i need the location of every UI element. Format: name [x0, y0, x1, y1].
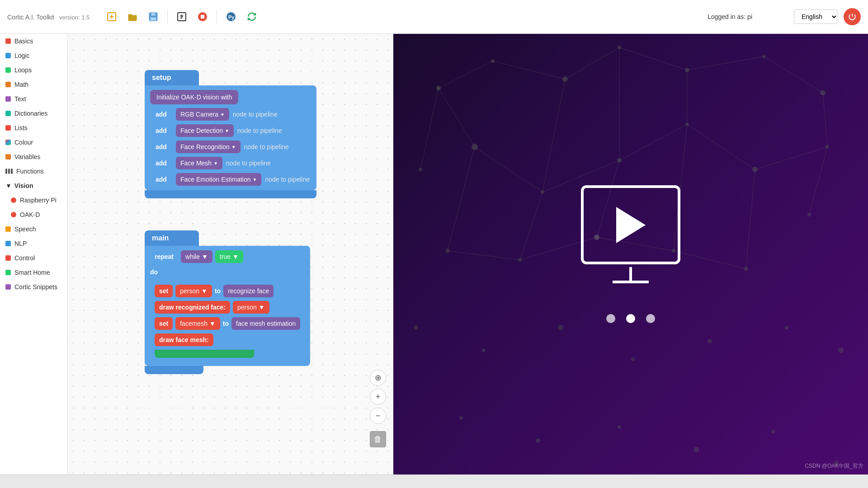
sidebar-item-speech[interactable]: Speech: [0, 222, 67, 236]
trash-button[interactable]: 🗑: [370, 431, 386, 447]
svg-line-54: [475, 147, 542, 192]
setup-block: setup Initialize OAK-D vision with add R…: [145, 70, 316, 198]
add-face-mesh-button[interactable]: add: [150, 157, 172, 169]
sidebar-item-text[interactable]: Text: [0, 92, 67, 106]
svg-line-47: [764, 56, 823, 93]
zoom-out-button[interactable]: −: [370, 408, 386, 424]
sidebar-item-nlp[interactable]: NLP: [0, 236, 67, 251]
sidebar-item-oak-d[interactable]: OAK-D: [0, 207, 67, 222]
sidebar-item-cortic-snippets[interactable]: Cortic Snippets: [0, 280, 67, 294]
header-right: Logged in as: pi English French Chinese: [708, 8, 861, 25]
add-face-emotion-button[interactable]: add: [150, 173, 172, 186]
svg-line-43: [493, 61, 565, 79]
svg-line-57: [687, 124, 755, 169]
person-arrow: ▼: [201, 287, 208, 295]
svg-point-31: [558, 325, 563, 330]
smart-home-icon: [5, 270, 11, 275]
face-recognition-arrow: ▼: [231, 145, 236, 150]
face-recognition-row: add Face Recognition ▼ node to pipeline: [150, 141, 311, 153]
cortic-snippets-icon: [5, 284, 11, 290]
add-rgb-button[interactable]: add: [150, 108, 172, 121]
sidebar-item-basics[interactable]: Basics: [0, 34, 67, 48]
new-file-button[interactable]: [103, 8, 120, 25]
refresh-button[interactable]: [243, 8, 260, 25]
loops-icon: [5, 67, 11, 73]
svg-rect-2: [151, 13, 156, 16]
svg-point-34: [785, 326, 788, 329]
sidebar-section-vision[interactable]: ▼ Vision: [0, 178, 67, 193]
sidebar-item-smart-home[interactable]: Smart Home: [0, 265, 67, 280]
language-select[interactable]: English French Chinese: [794, 9, 838, 24]
face-recognition-block[interactable]: Face Recognition ▼: [176, 141, 241, 153]
dots-row: [606, 314, 655, 323]
python-button[interactable]: Py: [222, 8, 240, 25]
while-block[interactable]: while ▼: [181, 250, 212, 263]
true-block[interactable]: true ▼: [215, 250, 243, 263]
sidebar-item-control[interactable]: Control: [0, 251, 67, 265]
sidebar-item-dictionaries[interactable]: Dictionaries: [0, 106, 67, 121]
sidebar-label-math: Math: [14, 81, 28, 88]
dot-1: [606, 314, 615, 323]
oak-d-icon: [11, 212, 16, 217]
sidebar-item-lists[interactable]: Lists: [0, 121, 67, 135]
svg-rect-3: [150, 17, 156, 21]
svg-point-37: [536, 438, 540, 443]
face-emotion-block[interactable]: Face Emotion Estimation ▼: [176, 173, 262, 186]
face-mesh-block[interactable]: Face Mesh ▼: [176, 157, 222, 169]
face-mesh-arrow: ▼: [213, 161, 218, 166]
face-detection-pipeline-text: node to pipeline: [237, 127, 282, 134]
facemesh-arrow: ▼: [209, 320, 216, 327]
draw-recognized-row: draw recognized face: person ▼: [155, 301, 300, 314]
person-var-block-2[interactable]: person ▼: [233, 301, 269, 314]
face-recognition-pipeline-text: node to pipeline: [244, 143, 289, 150]
recognize-face-block[interactable]: recognize face: [223, 285, 274, 297]
vision-expand-icon: ▼: [5, 182, 12, 189]
sidebar-item-raspberry-pi[interactable]: Raspberry Pi: [0, 193, 67, 207]
svg-line-48: [420, 88, 439, 169]
svg-point-30: [482, 348, 486, 352]
monitor-base: [613, 281, 649, 283]
face-detection-block[interactable]: Face Detection ▼: [176, 124, 234, 137]
init-block[interactable]: Initialize OAK-D vision with: [150, 90, 238, 104]
compass-button[interactable]: ⊕: [370, 370, 386, 386]
facemesh-var-block[interactable]: facemesh ▼: [175, 317, 220, 330]
nlp-icon: [5, 241, 11, 246]
power-button[interactable]: [844, 8, 861, 25]
sidebar-label-smart-home: Smart Home: [14, 269, 50, 276]
face-mesh-estimation-block[interactable]: face mesh estimation: [231, 317, 300, 330]
sidebar-item-functions[interactable]: Functions: [0, 164, 67, 178]
zoom-in-button[interactable]: +: [370, 389, 386, 405]
canvas-area[interactable]: setup Initialize OAK-D vision with add R…: [68, 34, 393, 474]
export-button[interactable]: [173, 8, 190, 25]
svg-point-36: [459, 416, 463, 420]
sidebar-item-loops[interactable]: Loops: [0, 63, 67, 77]
sidebar-item-variables[interactable]: Variables: [0, 150, 67, 164]
sidebar-label-vision: Vision: [14, 182, 33, 189]
variables-icon: [5, 154, 11, 160]
stop-button[interactable]: [194, 8, 211, 25]
to-label-1: to: [215, 287, 221, 295]
svg-point-38: [618, 425, 621, 429]
bottom-bar: [0, 474, 868, 488]
sidebar-item-colour[interactable]: Colour: [0, 135, 67, 150]
sidebar-item-math[interactable]: Math: [0, 77, 67, 92]
person-var-block[interactable]: person ▼: [175, 285, 212, 297]
add-face-detection-button[interactable]: add: [150, 124, 172, 137]
draw-recognized-label: draw recognized face:: [155, 301, 230, 314]
main-block-body: repeat while ▼ true ▼ do set person ▼: [145, 246, 310, 366]
dictionaries-icon: [5, 111, 11, 116]
svg-text:Py: Py: [228, 14, 235, 20]
save-file-button[interactable]: [145, 8, 162, 25]
open-file-button[interactable]: [124, 8, 141, 25]
svg-line-53: [823, 93, 827, 147]
svg-line-63: [746, 169, 755, 269]
dot-2: [626, 314, 635, 323]
svg-point-29: [414, 325, 418, 330]
sidebar-label-lists: Lists: [14, 124, 28, 131]
face-detection-row: add Face Detection ▼ node to pipeline: [150, 124, 311, 137]
add-face-recognition-button[interactable]: add: [150, 141, 172, 153]
sidebar-item-logic[interactable]: Logic: [0, 48, 67, 63]
watermark: CSDN @OAK中国_官方: [805, 462, 863, 470]
header: Cortic A.I. Toolkit version: 1.5 Py Logg…: [0, 0, 868, 34]
rgb-camera-block[interactable]: RGB Camera ▼: [176, 108, 229, 121]
